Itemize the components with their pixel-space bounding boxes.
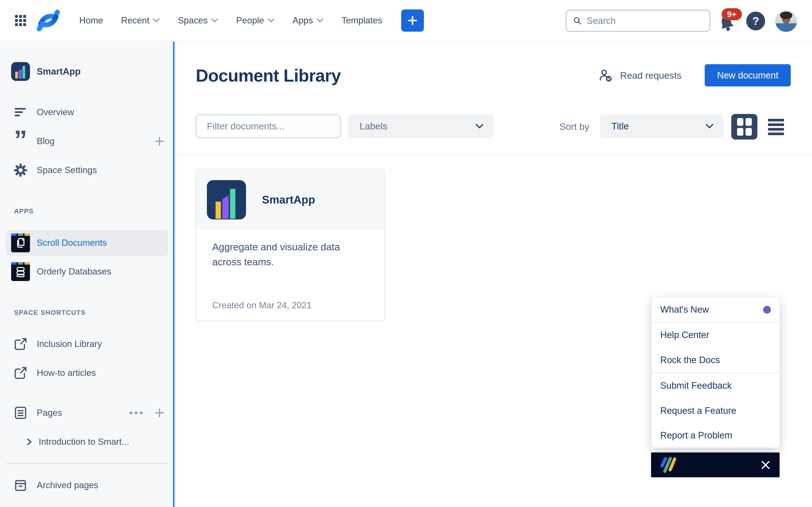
nav-recent[interactable]: Recent bbox=[121, 15, 160, 25]
chevron-down-icon bbox=[475, 123, 484, 129]
notification-count-badge: 9+ bbox=[722, 8, 742, 20]
archive-box-icon bbox=[11, 478, 30, 492]
chevron-down-icon bbox=[211, 18, 218, 23]
search-input[interactable] bbox=[587, 16, 703, 26]
sidebar-item-space-settings[interactable]: Space Settings bbox=[0, 161, 173, 180]
sort-by-label: Sort by bbox=[559, 121, 590, 132]
app-switcher-icon[interactable] bbox=[15, 15, 26, 26]
apps-section-label: APPS bbox=[14, 208, 34, 215]
grid-icon bbox=[737, 118, 752, 136]
card-description: Aggregate and visualize data across team… bbox=[212, 239, 355, 270]
scroll-documents-icon bbox=[11, 233, 30, 252]
align-left-icon bbox=[11, 107, 30, 117]
smartapp-document-icon bbox=[207, 180, 246, 219]
top-navigation-bar: Home Recent Spaces People Apps bbox=[0, 0, 812, 42]
chevron-down-icon bbox=[267, 18, 275, 23]
global-search[interactable] bbox=[565, 10, 711, 32]
k15t-logo-icon bbox=[658, 455, 677, 475]
close-icon bbox=[760, 460, 771, 470]
confluence-logo-icon[interactable] bbox=[36, 8, 61, 33]
sidebar-item-scroll-documents[interactable]: Scroll Documents bbox=[6, 230, 168, 256]
sidebar-item-orderly-databases[interactable]: Orderly Databases bbox=[0, 262, 173, 281]
nav-people[interactable]: People bbox=[236, 15, 274, 25]
confluence-document-library-screen: Home Recent Spaces People Apps bbox=[0, 0, 812, 507]
new-indicator-dot bbox=[763, 306, 771, 314]
read-requests-button[interactable]: Read requests bbox=[599, 67, 681, 84]
external-link-icon bbox=[11, 337, 30, 351]
new-document-button[interactable]: New document bbox=[705, 64, 791, 87]
chevron-down-icon bbox=[316, 18, 323, 23]
labels-filter-dropdown[interactable]: Labels bbox=[348, 114, 494, 138]
menu-item-request-a-feature[interactable]: Request a Feature bbox=[652, 398, 779, 423]
create-button[interactable] bbox=[401, 9, 424, 32]
menu-item-submit-feedback[interactable]: Submit Feedback bbox=[652, 373, 779, 398]
sidebar-item-inclusion-library[interactable]: Inclusion Library bbox=[0, 334, 173, 354]
sidebar-divider bbox=[6, 463, 168, 464]
space-header[interactable]: SmartApp bbox=[0, 59, 173, 84]
card-created-date: Created on Mar 24, 2021 bbox=[212, 300, 311, 311]
card-header: SmartApp bbox=[196, 169, 384, 230]
close-snackbar-button[interactable] bbox=[759, 458, 772, 472]
more-actions-icon[interactable] bbox=[130, 411, 143, 414]
notifications-button[interactable]: 9+ bbox=[717, 4, 744, 36]
user-avatar[interactable] bbox=[775, 10, 797, 32]
grid-view-toggle[interactable] bbox=[731, 114, 757, 139]
question-mark-icon: ? bbox=[752, 14, 759, 27]
chevron-down-icon bbox=[153, 18, 160, 23]
gear-icon bbox=[11, 163, 30, 177]
sidebar-item-blog[interactable]: ” Blog bbox=[0, 131, 173, 151]
list-view-toggle[interactable] bbox=[768, 117, 784, 137]
nav-spaces[interactable]: Spaces bbox=[178, 15, 218, 25]
person-check-icon bbox=[599, 69, 612, 82]
nav-apps[interactable]: Apps bbox=[293, 15, 323, 25]
content-divider bbox=[176, 155, 812, 155]
menu-item-help-center[interactable]: Help Center bbox=[652, 322, 779, 347]
nav-templates[interactable]: Templates bbox=[342, 15, 382, 25]
card-title: SmartApp bbox=[262, 193, 315, 206]
menu-item-whats-new[interactable]: What's New bbox=[652, 297, 779, 322]
space-name: SmartApp bbox=[37, 66, 81, 77]
space-sidebar: SmartApp Overview ” Blog bbox=[0, 42, 174, 507]
menu-item-rock-the-docs[interactable]: Rock the Docs bbox=[652, 347, 779, 373]
help-button[interactable]: ? bbox=[746, 12, 765, 31]
document-card-smartapp[interactable]: SmartApp Aggregate and visualize data ac… bbox=[196, 169, 385, 321]
external-link-icon bbox=[11, 366, 30, 380]
sidebar-item-overview[interactable]: Overview bbox=[0, 103, 173, 122]
add-blog-icon[interactable] bbox=[155, 136, 164, 146]
list-icon bbox=[768, 119, 784, 121]
search-icon bbox=[573, 16, 582, 26]
page-icon bbox=[11, 406, 30, 420]
page-title: Document Library bbox=[196, 66, 341, 86]
chevron-down-icon bbox=[705, 123, 714, 129]
menu-item-report-a-problem[interactable]: Report a Problem bbox=[652, 423, 779, 448]
vendor-snackbar bbox=[651, 452, 779, 477]
chevron-right-icon[interactable] bbox=[26, 438, 33, 446]
help-popup-menu: What's New Help Center Rock the Docs Sub… bbox=[652, 297, 779, 448]
orderly-databases-icon bbox=[11, 262, 30, 281]
sort-dropdown[interactable]: Title bbox=[600, 114, 723, 138]
sidebar-item-archived-pages[interactable]: Archived pages bbox=[0, 475, 173, 495]
sidebar-item-pages[interactable]: Pages bbox=[0, 403, 173, 422]
primary-nav: Home Recent Spaces People Apps bbox=[79, 15, 382, 25]
space-shortcuts-section-label: SPACE SHORTCUTS bbox=[14, 309, 86, 317]
add-page-icon[interactable] bbox=[155, 408, 164, 418]
nav-home[interactable]: Home bbox=[79, 15, 103, 25]
plus-icon bbox=[407, 15, 418, 26]
space-avatar-icon bbox=[11, 62, 30, 81]
filter-documents-input[interactable] bbox=[196, 114, 341, 138]
sidebar-item-introduction-page[interactable]: Introduction to Smart... bbox=[0, 432, 173, 451]
quote-icon: ” bbox=[11, 136, 30, 146]
sidebar-item-howto-articles[interactable]: How-to articles bbox=[0, 363, 173, 383]
